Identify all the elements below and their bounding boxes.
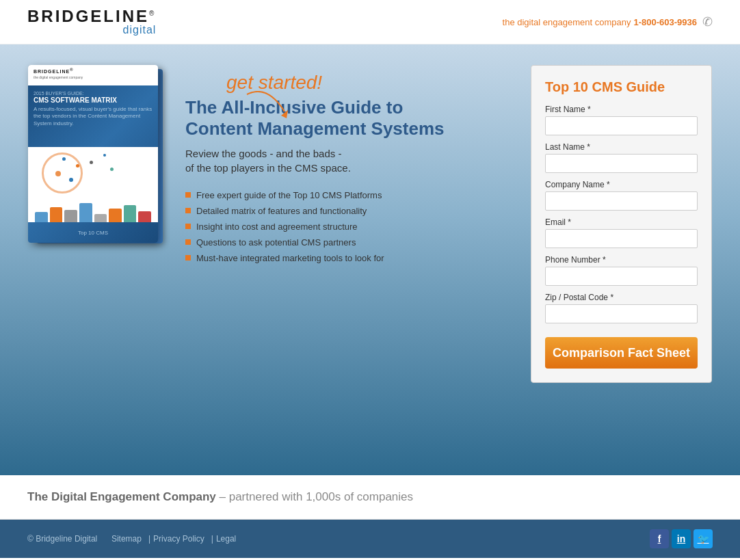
book-cover: BRIDGELINE® the digital engagement compa… (28, 65, 158, 243)
bullet-icon (185, 224, 191, 229)
book-subtitle: A results-focused, visual buyer's guide … (34, 106, 153, 127)
bar (79, 203, 92, 222)
chart-dot (110, 168, 114, 171)
partnership-bar: The Digital Engagement Company – partner… (0, 475, 740, 520)
book-area: BRIDGELINE® the digital engagement compa… (28, 65, 165, 243)
bullet-icon (185, 255, 191, 261)
zip-group: Zip / Postal Code * (545, 293, 698, 323)
bar (124, 205, 137, 222)
phone-group: Phone Number * (545, 255, 698, 286)
email-group: Email * (545, 217, 698, 248)
list-item: Must-have integrated marketing tools to … (185, 250, 510, 266)
content-layout: BRIDGELINE® the digital engagement compa… (28, 65, 712, 383)
linkedin-icon[interactable]: in (672, 529, 691, 548)
sub-heading: Review the goods - and the bads -of the … (185, 146, 510, 175)
header-tagline: the digital engagement company (503, 17, 631, 27)
last-name-input[interactable] (545, 154, 698, 173)
main-heading: The All-Inclusive Guide toContent Manage… (185, 97, 510, 139)
phone-input[interactable] (545, 267, 698, 286)
bar (64, 210, 77, 222)
bar (35, 212, 48, 222)
list-item: Questions to ask potential CMS partners (185, 235, 510, 250)
middle-content: get started! The All-Inclusive Guide toC… (185, 65, 510, 266)
bullet-icon (185, 192, 191, 198)
logo-bridgeline: BRIDGELINE® (27, 8, 156, 25)
chart-dot (76, 164, 79, 168)
chart-dot (55, 171, 61, 176)
social-icons: f in 🐦 (650, 529, 713, 548)
company-name-group: Company Name * (545, 180, 698, 211)
footer-link-privacy[interactable]: Privacy Policy (153, 534, 204, 544)
first-name-group: First Name * (545, 105, 698, 135)
book-bottom-label: Top 10 CMS (28, 230, 158, 236)
bullet-icon (185, 208, 191, 213)
book-brand: BRIDGELINE® (34, 68, 153, 74)
form-panel: Top 10 CMS Guide First Name * Last Name … (531, 65, 712, 383)
chart-dot (69, 178, 73, 182)
zip-input[interactable] (545, 304, 698, 323)
get-started-wrap: get started! (185, 72, 510, 94)
book-chart (28, 147, 158, 222)
chart-visual (28, 147, 158, 222)
bar (50, 207, 63, 222)
book-title-area: 2015 BUYER'S GUIDE: CMS SOFTWARE MATRIX … (28, 85, 158, 133)
last-name-group: Last Name * (545, 142, 698, 173)
logo: BRIDGELINE® digital (27, 8, 156, 36)
header-contact: the digital engagement company 1-800-603… (503, 14, 713, 29)
book-brand-sub: the digital engagement company (34, 75, 153, 79)
partnership-text: The Digital Engagement Company – partner… (27, 490, 713, 504)
bullet-list: Free expert guide of the Top 10 CMS Plat… (185, 187, 510, 266)
bar (138, 211, 151, 222)
chart-dot (62, 157, 66, 161)
chart-dot (103, 154, 106, 157)
main-content: BRIDGELINE® the digital engagement compa… (0, 44, 740, 475)
logo-digital: digital (27, 25, 156, 36)
company-name-input[interactable] (545, 191, 698, 211)
book-title: CMS SOFTWARE MATRIX (34, 96, 153, 105)
header-phone[interactable]: 1-800-603-9936 (633, 17, 697, 27)
first-name-label: First Name * (545, 105, 698, 114)
footer-link-sitemap[interactable]: Sitemap (111, 534, 142, 544)
twitter-icon[interactable]: 🐦 (693, 529, 713, 548)
book-header: BRIDGELINE® the digital engagement compa… (28, 65, 158, 85)
partnership-strong: The Digital Engagement Company (27, 490, 216, 503)
footer-links: © Bridgeline Digital Sitemap | Privacy P… (27, 534, 239, 544)
bar-chart (28, 198, 158, 222)
header: BRIDGELINE® digital the digital engageme… (0, 0, 740, 44)
list-item: Insight into cost and agreement structur… (185, 219, 510, 235)
headset-icon: ✆ (702, 14, 713, 29)
footer: © Bridgeline Digital Sitemap | Privacy P… (0, 520, 740, 558)
phone-label: Phone Number * (545, 255, 698, 265)
email-label: Email * (545, 217, 698, 227)
book-year: 2015 BUYER'S GUIDE: (34, 91, 153, 96)
chart-dot (90, 161, 93, 164)
facebook-icon[interactable]: f (650, 529, 669, 548)
list-item: Free expert guide of the Top 10 CMS Plat… (185, 187, 510, 203)
form-title: Top 10 CMS Guide (545, 79, 698, 95)
footer-divider (104, 534, 109, 544)
bullet-icon (185, 239, 191, 245)
arrow-icon (240, 91, 295, 125)
company-name-label: Company Name * (545, 180, 698, 189)
list-item: Detailed matrix of features and function… (185, 203, 510, 219)
bar (94, 214, 107, 222)
footer-divider: | (148, 534, 150, 544)
last-name-label: Last Name * (545, 142, 698, 152)
footer-copyright: © Bridgeline Digital (27, 534, 97, 544)
first-name-input[interactable] (545, 116, 698, 135)
footer-link-legal[interactable]: Legal (216, 534, 236, 544)
zip-label: Zip / Postal Code * (545, 293, 698, 302)
bar (109, 209, 122, 222)
submit-button[interactable]: Comparison Fact Sheet (545, 337, 698, 369)
footer-divider: | (211, 534, 213, 544)
email-input[interactable] (545, 229, 698, 248)
